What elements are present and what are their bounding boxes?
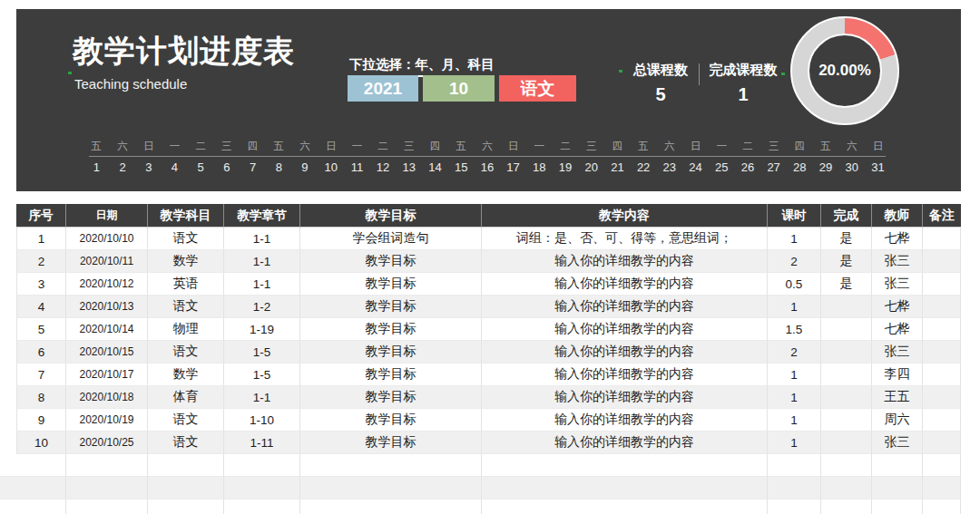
empty-cell[interactable] — [300, 499, 482, 514]
cell-goal[interactable]: 教学目标 — [300, 296, 482, 318]
empty-cell[interactable] — [872, 477, 923, 499]
cell-goal[interactable]: 教学目标 — [300, 250, 482, 273]
cell-chapter[interactable]: 1-5 — [224, 364, 300, 386]
empty-cell[interactable] — [224, 477, 300, 499]
empty-cell[interactable] — [66, 477, 148, 499]
empty-cell[interactable] — [300, 477, 482, 499]
empty-cell[interactable] — [148, 477, 224, 499]
cell-note[interactable] — [923, 228, 961, 250]
cell-goal[interactable]: 教学目标 — [300, 432, 482, 454]
cell-teacher[interactable]: 七桦 — [872, 296, 923, 318]
cell-chapter[interactable]: 1-19 — [224, 318, 300, 341]
empty-cell[interactable] — [482, 454, 768, 477]
empty-cell[interactable] — [0, 454, 66, 477]
cell-done[interactable] — [821, 386, 872, 409]
cell-done[interactable] — [821, 364, 872, 386]
cell-hours[interactable]: 1 — [768, 228, 821, 250]
empty-cell[interactable] — [872, 499, 923, 514]
cell-done[interactable] — [821, 432, 872, 454]
cell-content[interactable]: 输入你的详细教学的内容 — [482, 386, 768, 409]
cell-content[interactable]: 输入你的详细教学的内容 — [482, 432, 768, 454]
cell-subject[interactable]: 语文 — [148, 409, 224, 432]
cell-hours[interactable]: 1 — [768, 432, 821, 454]
empty-cell[interactable] — [923, 477, 961, 499]
cell-teacher[interactable]: 李四 — [872, 364, 923, 386]
empty-cell[interactable] — [66, 499, 148, 514]
cell-hours[interactable]: 1.5 — [768, 318, 821, 341]
cell-hours[interactable]: 2 — [768, 250, 821, 273]
cell-subject[interactable]: 英语 — [148, 273, 224, 296]
empty-cell[interactable] — [872, 454, 923, 477]
cell-index[interactable]: 4 — [16, 296, 66, 318]
cell-chapter[interactable]: 1-5 — [224, 341, 300, 364]
cell-index[interactable]: 5 — [16, 318, 66, 341]
cell-note[interactable] — [923, 409, 961, 432]
cell-date[interactable]: 2020/10/17 — [66, 364, 148, 386]
empty-cell[interactable] — [821, 454, 872, 477]
cell-subject[interactable]: 语文 — [148, 296, 224, 318]
cell-chapter[interactable]: 1-2 — [224, 296, 300, 318]
cell-done[interactable] — [821, 341, 872, 364]
cell-date[interactable]: 2020/10/25 — [66, 432, 148, 454]
empty-cell[interactable] — [0, 477, 66, 499]
empty-cell[interactable] — [768, 454, 821, 477]
filter-year[interactable]: 2021 — [348, 75, 418, 102]
cell-index[interactable]: 9 — [16, 409, 66, 432]
empty-cell[interactable] — [0, 499, 66, 514]
cell-note[interactable] — [923, 296, 961, 318]
cell-index[interactable]: 10 — [16, 432, 66, 454]
empty-cell[interactable] — [148, 499, 224, 514]
cell-teacher[interactable]: 七桦 — [872, 318, 923, 341]
empty-cell[interactable] — [768, 477, 821, 499]
cell-goal[interactable]: 教学目标 — [300, 318, 482, 341]
cell-done[interactable] — [821, 409, 872, 432]
cell-index[interactable]: 2 — [16, 250, 66, 273]
cell-date[interactable]: 2020/10/13 — [66, 296, 148, 318]
cell-note[interactable] — [923, 386, 961, 409]
empty-cell[interactable] — [300, 454, 482, 477]
cell-chapter[interactable]: 1-1 — [224, 250, 300, 273]
cell-teacher[interactable]: 张三 — [872, 432, 923, 454]
filter-subject[interactable]: 语文 — [499, 75, 576, 102]
cell-chapter[interactable]: 1-1 — [224, 386, 300, 409]
cell-subject[interactable]: 数学 — [148, 364, 224, 386]
cell-goal[interactable]: 教学目标 — [300, 386, 482, 409]
cell-teacher[interactable]: 周六 — [872, 409, 923, 432]
cell-teacher[interactable]: 王五 — [872, 386, 923, 409]
cell-date[interactable]: 2020/10/18 — [66, 386, 148, 409]
cell-goal[interactable]: 教学目标 — [300, 341, 482, 364]
cell-hours[interactable]: 0.5 — [768, 273, 821, 296]
cell-done[interactable]: 是 — [821, 250, 872, 273]
cell-subject[interactable]: 语文 — [148, 432, 224, 454]
empty-cell[interactable] — [821, 477, 872, 499]
cell-goal[interactable]: 教学目标 — [300, 273, 482, 296]
cell-subject[interactable]: 物理 — [148, 318, 224, 341]
cell-done[interactable] — [821, 318, 872, 341]
cell-index[interactable]: 7 — [16, 364, 66, 386]
cell-date[interactable]: 2020/10/14 — [66, 318, 148, 341]
empty-cell[interactable] — [821, 499, 872, 514]
empty-cell[interactable] — [482, 499, 768, 514]
cell-content[interactable]: 输入你的详细教学的内容 — [482, 341, 768, 364]
cell-date[interactable]: 2020/10/11 — [66, 250, 148, 273]
cell-done[interactable]: 是 — [821, 273, 872, 296]
cell-goal[interactable]: 学会组词造句 — [300, 228, 482, 250]
cell-chapter[interactable]: 1-11 — [224, 432, 300, 454]
cell-note[interactable] — [923, 318, 961, 341]
cell-goal[interactable]: 教学目标 — [300, 409, 482, 432]
cell-goal[interactable]: 教学目标 — [300, 364, 482, 386]
cell-index[interactable]: 6 — [16, 341, 66, 364]
empty-cell[interactable] — [224, 454, 300, 477]
cell-subject[interactable]: 语文 — [148, 341, 224, 364]
cell-subject[interactable]: 语文 — [148, 228, 224, 250]
cell-subject[interactable]: 数学 — [148, 250, 224, 273]
cell-index[interactable]: 3 — [16, 273, 66, 296]
cell-content[interactable]: 输入你的详细教学的内容 — [482, 250, 768, 273]
cell-teacher[interactable]: 张三 — [872, 273, 923, 296]
empty-cell[interactable] — [66, 454, 148, 477]
cell-done[interactable]: 是 — [821, 228, 872, 250]
cell-chapter[interactable]: 1-1 — [224, 273, 300, 296]
cell-content[interactable]: 输入你的详细教学的内容 — [482, 318, 768, 341]
filter-month[interactable]: 10 — [423, 75, 495, 102]
cell-chapter[interactable]: 1-10 — [224, 409, 300, 432]
